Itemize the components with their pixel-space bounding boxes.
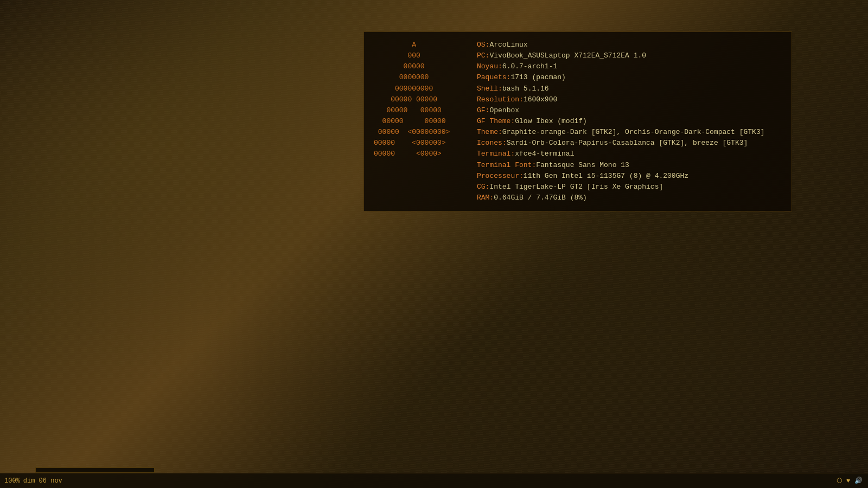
neo-val: Openbox — [489, 105, 519, 116]
neofetch-window: A 000 00000 0000000 000000000 00000 0000… — [363, 31, 792, 211]
neo-val: 1713 (pacman) — [510, 72, 565, 83]
neofetch-info-row: Resolution : 868x488 — [477, 94, 782, 105]
neofetch-art: A 000 00000 0000000 000000000 00000 0000… — [374, 40, 471, 160]
neofetch-info-row: Terminal Font : Fantasque Sans Mono 13 — [477, 160, 782, 171]
date-label: dim 06 nov — [23, 477, 62, 485]
neo-key: OS — [477, 40, 486, 50]
neofetch-info-row: Paquets : 1713 (pacman) — [477, 72, 782, 83]
neo-val: 11th Gen Intel i5-1135G7 (8) @ 4.200GHz — [524, 171, 688, 182]
neo-key: Terminal Font — [477, 160, 532, 171]
neo-key: Noyau — [477, 61, 498, 72]
neo-key: Icones — [477, 138, 502, 149]
neo-val: Intel TigerLake-LP GT2 [Iris Xe Graphics… — [489, 182, 663, 192]
taskbar-system-tray: ⬡ ♥ 🔊 — [831, 477, 868, 485]
neo-val: Sardi-Orb-Colora-Papirus-Casablanca [GTK… — [507, 138, 748, 149]
neofetch-info-row: Icones : Sardi-Orb-Colora-Papirus-Casabl… — [477, 138, 782, 149]
taskbar: 100% dim 06 nov ⬡ ♥ 🔊 — [0, 473, 868, 488]
neo-val: bash 5.1.16 — [502, 84, 549, 94]
neo-key: GF — [477, 105, 486, 116]
neo-key: Shell — [477, 84, 498, 94]
neo-key: CG — [477, 182, 486, 192]
neofetch-info-row: Noyau : 6.0.7-arch1-1 — [477, 61, 782, 72]
neo-val: VivoBook_ASUSLaptop X712EA_S712EA 1.0 — [489, 50, 646, 61]
neo-key: GF Theme — [477, 116, 510, 127]
neofetch-info: OS : ArcoLinuxPC : VivoBook_ASUSLaptop X… — [471, 40, 782, 203]
neofetch-info-row: Processeur : 11th Gen Intel i5-1135G7 (8… — [477, 171, 782, 182]
neofetch-info-row: OS : ArcoLinux — [477, 40, 782, 50]
neo-val: Fantasque Sans Mono 13 — [536, 160, 629, 171]
neo-key: Theme — [477, 127, 498, 138]
neo-key: Terminal — [477, 149, 510, 159]
neo-key: Processeur — [477, 171, 519, 182]
neo-val: Glow Ibex (modif) — [515, 116, 587, 127]
neo-val: ArcoLinux — [489, 40, 527, 50]
neo-val: 0.64GiB / 7.47GiB (8%) — [494, 192, 587, 203]
neofetch-info-row: GF Theme : Glow Ibex (modif) — [477, 116, 782, 127]
neofetch-info-row: PC : VivoBook_ASUSLaptop X712EA_S712EA 1… — [477, 50, 782, 61]
neo-val: 6.0.7-arch1-1 — [502, 61, 557, 72]
taskbar-clock: 100% dim 06 nov — [0, 477, 87, 485]
neofetch-info-row: Terminal : xfce4-terminal — [477, 149, 782, 159]
volume-icon: 🔊 — [854, 477, 863, 485]
neo-val: 868x488 — [524, 94, 557, 105]
neofetch-info-row: CG : Intel TigerLake-LP GT2 [Iris Xe Gra… — [477, 182, 782, 192]
discord-icon: ⬡ — [837, 477, 842, 485]
neofetch-info-row: Theme : Graphite-orange-Dark [GTK2], Orc… — [477, 127, 782, 138]
heart-icon: ♥ — [846, 477, 850, 485]
application-menu — [35, 467, 155, 473]
neo-key: RAM — [477, 192, 489, 203]
neo-key: Resolution — [477, 94, 519, 105]
neo-key: PC — [477, 50, 486, 61]
neofetch-info-row: RAM : 0.64GiB / 7.47GiB (8%) — [477, 192, 782, 203]
neo-key: Paquets — [477, 72, 507, 83]
neo-val: Graphite-orange-Dark [GTK2], Orchis-Oran… — [502, 127, 765, 138]
neofetch-info-row: Shell : bash 5.1.16 — [477, 84, 782, 94]
zoom-level: 100% — [4, 477, 20, 485]
neo-val: xfce4-terminal — [515, 149, 574, 159]
neofetch-info-row: GF : Openbox — [477, 105, 782, 116]
